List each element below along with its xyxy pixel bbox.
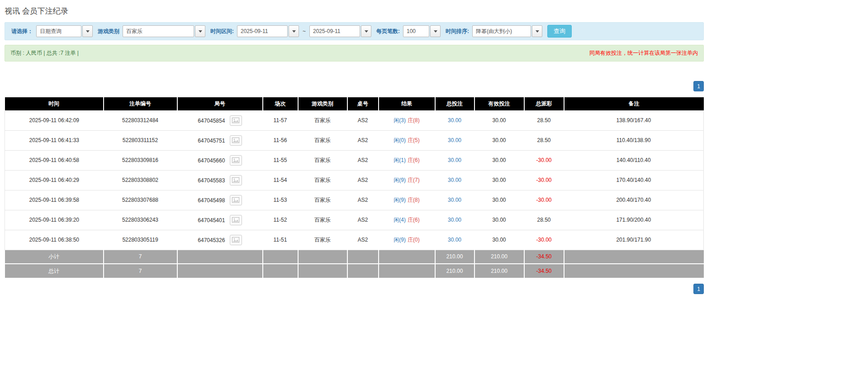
image-icon <box>232 157 239 163</box>
cell-result: 闲(4)庄(6) <box>379 210 435 230</box>
total-row: 总计 7 210.00 210.00 -34.50 <box>5 264 704 278</box>
table-header-row: 时间 注单编号 局号 场次 游戏类别 桌号 结果 总投注 有效投注 总派彩 备注 <box>5 97 704 110</box>
sort-input[interactable] <box>472 25 531 37</box>
cell-bet-id: 522803311152 <box>104 130 177 150</box>
date-to-input[interactable] <box>309 25 360 37</box>
cell-payout: -30.00 <box>524 170 564 190</box>
total-bet-link[interactable]: 30.00 <box>448 157 461 163</box>
game-type-input[interactable] <box>123 25 194 37</box>
page-size-input[interactable] <box>403 25 429 37</box>
total-bet-link[interactable]: 30.00 <box>448 217 461 223</box>
result-banker: 庄(5) <box>408 137 420 143</box>
cell-table-no: AS2 <box>347 130 379 150</box>
table-row: 2025-09-11 06:39:58 522803307688 6470454… <box>5 190 704 210</box>
cell-remark: 140.40/110.40 <box>564 150 704 170</box>
date-range-label: 时间区间: <box>210 28 234 35</box>
col-header-payout: 总派彩 <box>524 97 564 110</box>
cell-time: 2025-09-11 06:40:58 <box>5 150 104 170</box>
cell-result: 闲(9)庄(0) <box>379 230 435 250</box>
col-header-round-no: 局号 <box>177 97 263 110</box>
page-1-button[interactable]: 1 <box>693 81 704 91</box>
cell-total-bet: 30.00 <box>435 230 474 250</box>
round-replay-icon-button[interactable] <box>230 115 242 126</box>
subtotal-valid-bet: 210.00 <box>474 250 524 264</box>
cell-game-type: 百家乐 <box>298 150 347 170</box>
cell-payout: 28.50 <box>524 110 564 130</box>
game-type-dropdown-button[interactable] <box>195 25 205 37</box>
round-replay-icon-button[interactable] <box>230 235 242 245</box>
cell-total-bet: 30.00 <box>435 170 474 190</box>
chevron-down-icon <box>199 30 202 33</box>
col-header-session: 场次 <box>263 97 298 110</box>
valid-bet-notice-text: 同局有效投注，统一计算在该局第一张注单内 <box>589 49 698 57</box>
round-replay-icon-button[interactable] <box>230 175 242 186</box>
cell-table-no: AS2 <box>347 170 379 190</box>
page-size-dropdown-button[interactable] <box>430 25 441 37</box>
betting-records-table: 时间 注单编号 局号 场次 游戏类别 桌号 结果 总投注 有效投注 总派彩 备注… <box>5 97 704 278</box>
col-header-remark: 备注 <box>564 97 704 110</box>
page-size-combo <box>403 25 441 37</box>
summary-bar: 币别 : 人民币 | 总共 :7 注单 | 同局有效投注，统一计算在该局第一张注… <box>5 45 704 62</box>
col-header-result: 结果 <box>379 97 435 110</box>
round-replay-icon-button[interactable] <box>230 155 242 166</box>
table-row: 2025-09-11 06:42:09 522803312484 6470458… <box>5 110 704 130</box>
query-type-input[interactable] <box>36 25 81 37</box>
round-number: 647045751 <box>198 137 225 143</box>
total-bet-link[interactable]: 30.00 <box>448 197 461 203</box>
total-payout: -34.50 <box>524 264 564 278</box>
total-bet-link[interactable]: 30.00 <box>448 237 461 243</box>
result-player: 闲(0) <box>394 137 406 143</box>
cell-valid-bet: 30.00 <box>474 150 524 170</box>
cell-payout: -30.00 <box>524 150 564 170</box>
cell-game-type: 百家乐 <box>298 170 347 190</box>
cell-remark: 201.90/171.90 <box>564 230 704 250</box>
table-row: 2025-09-11 06:40:29 522803308802 6470455… <box>5 170 704 190</box>
date-from-input[interactable] <box>237 25 288 37</box>
cell-result: 闲(3)庄(8) <box>379 110 435 130</box>
cell-valid-bet: 30.00 <box>474 130 524 150</box>
query-type-combo <box>36 25 93 37</box>
cell-game-type: 百家乐 <box>298 210 347 230</box>
cell-remark: 200.40/170.40 <box>564 190 704 210</box>
result-player: 闲(9) <box>394 197 406 203</box>
cell-round-no: 647045326 <box>177 230 263 250</box>
round-number: 647045498 <box>198 197 225 203</box>
cell-game-type: 百家乐 <box>298 110 347 130</box>
date-to-dropdown-button[interactable] <box>361 25 371 37</box>
result-player: 闲(9) <box>394 237 406 243</box>
cell-bet-id: 522803309816 <box>104 150 177 170</box>
round-number: 647045854 <box>198 117 225 124</box>
page-1-button[interactable]: 1 <box>693 284 704 294</box>
sort-dropdown-button[interactable] <box>532 25 542 37</box>
result-banker: 庄(7) <box>408 177 420 183</box>
subtotal-payout: -34.50 <box>524 250 564 264</box>
round-replay-icon-button[interactable] <box>230 135 242 146</box>
cell-session: 11-54 <box>263 170 298 190</box>
subtotal-row: 小计 7 210.00 210.00 -34.50 <box>5 250 704 264</box>
cell-remark: 138.90/167.40 <box>564 110 704 130</box>
round-number: 647045583 <box>198 177 225 183</box>
total-bet-link[interactable]: 30.00 <box>448 137 461 143</box>
game-type-label: 游戏类别 <box>98 28 119 35</box>
result-banker: 庄(0) <box>408 237 420 243</box>
search-button[interactable]: 查询 <box>547 25 572 38</box>
round-replay-icon-button[interactable] <box>230 195 242 205</box>
chevron-down-icon <box>536 30 539 33</box>
total-bet-link[interactable]: 30.00 <box>448 177 461 183</box>
cell-remark: 110.40/138.90 <box>564 130 704 150</box>
date-from-dropdown-button[interactable] <box>289 25 299 37</box>
subtotal-total-bet: 210.00 <box>435 250 474 264</box>
image-icon <box>232 197 239 203</box>
cell-result: 闲(1)庄(6) <box>379 150 435 170</box>
image-icon <box>232 118 239 123</box>
cell-game-type: 百家乐 <box>298 130 347 150</box>
date-range-separator: ~ <box>302 28 306 34</box>
chevron-down-icon <box>86 30 90 33</box>
cell-valid-bet: 30.00 <box>474 170 524 190</box>
round-replay-icon-button[interactable] <box>230 215 242 225</box>
game-type-combo <box>123 25 205 37</box>
cell-bet-id: 522803305119 <box>104 230 177 250</box>
query-type-dropdown-button[interactable] <box>82 25 93 37</box>
cell-round-no: 647045854 <box>177 110 263 130</box>
total-bet-link[interactable]: 30.00 <box>448 117 461 124</box>
